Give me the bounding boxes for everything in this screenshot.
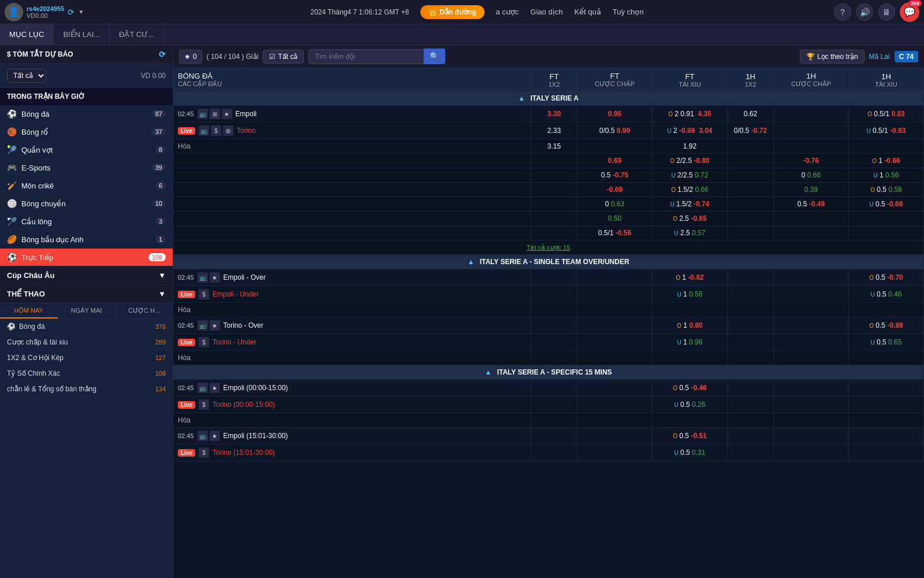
- 1h-chap-torino[interactable]: [774, 123, 849, 139]
- dollar-icon[interactable]: $: [211, 125, 221, 136]
- dollar-icon-4[interactable]: $: [199, 399, 209, 410]
- nav-cuoc[interactable]: a cược: [496, 8, 519, 16]
- 1h-tai-extra-4[interactable]: U 0.5 -0.68: [849, 197, 924, 212]
- tab-hom-nay[interactable]: HÔM NAY: [0, 303, 58, 318]
- 1h-tai-empoli-under[interactable]: U 0.5 0.46: [849, 286, 924, 303]
- 1h-1x2-torino[interactable]: 0/0.5 -0.72: [728, 123, 774, 139]
- 1h-tai-torino-over[interactable]: O 0.5 -0.89: [849, 317, 924, 334]
- ft-1x2-empoli[interactable]: 3.30: [531, 106, 578, 123]
- team-torino-under[interactable]: Torino - Under: [213, 338, 256, 346]
- ft-tai-extra-5[interactable]: O 2.5 -0.65: [653, 212, 728, 226]
- filter-match-button[interactable]: 🏆 Lọc theo trận: [800, 50, 865, 64]
- 1h-tai-empoli[interactable]: O 0.5/1 0.83: [849, 106, 924, 123]
- cup-chau-au-header[interactable]: Cúp Châu Âu ▼: [0, 266, 173, 285]
- refresh-icon[interactable]: ⟳: [68, 8, 74, 17]
- sport-item-bong-chuyen[interactable]: 🏐 Bóng chuyền 10: [0, 195, 173, 213]
- tab-cuoc-h[interactable]: CƯỢC H...: [116, 303, 173, 318]
- nav-muc-luc[interactable]: MỤC LỤC: [0, 24, 54, 45]
- monitor-icon[interactable]: 🖥: [878, 3, 895, 21]
- ft-tai-empoli-over[interactable]: O 1 -0.82: [653, 269, 728, 286]
- ft-chap-extra-1[interactable]: 0.69: [578, 154, 653, 168]
- 1h-tai-hoa[interactable]: [849, 139, 924, 154]
- sport-item-bong-da[interactable]: ⚽ Bóng đá 87: [0, 105, 173, 123]
- sport-item-bong-bau-duc[interactable]: 🏉 Bóng bầu dục Anh 1: [0, 231, 173, 249]
- nav-bien-lai[interactable]: BIỂN LAI...: [54, 24, 110, 45]
- notification-button[interactable]: 💬 268: [900, 2, 919, 22]
- ft-tai-empoli-00-15[interactable]: O 0.5 -0.46: [653, 380, 728, 397]
- expand-icon-3[interactable]: ▲: [485, 368, 491, 376]
- ft-chap-extra-4[interactable]: 0 0.63: [578, 197, 653, 212]
- 1h-tai-extra-3[interactable]: O 0.5 0.58: [849, 183, 924, 197]
- category-chan-le[interactable]: chẵn lẻ & Tổng số bàn thắng 134: [0, 381, 173, 397]
- star-icon-5[interactable]: ★: [210, 383, 220, 393]
- nav-dat-cu[interactable]: ĐẶT CƯ...: [110, 24, 164, 45]
- sport-item-esports[interactable]: 🎮 E-Sports 39: [0, 159, 173, 177]
- tv-icon[interactable]: 📺: [198, 109, 208, 119]
- team-torino[interactable]: Torino: [237, 127, 256, 135]
- 1h-chap-extra-1[interactable]: -0.76: [774, 154, 849, 168]
- star-icon-4[interactable]: ★: [210, 320, 220, 331]
- dollar-icon-5[interactable]: $: [199, 447, 209, 458]
- 1h-tai-extra-2[interactable]: U 1 0.56: [849, 168, 924, 183]
- ft-tai-extra-4[interactable]: U 1.5/2 -0.74: [653, 197, 728, 212]
- team-empoli-over[interactable]: Empoli - Over: [223, 273, 266, 281]
- ft-tai-empoli-15-30[interactable]: O 0.5 -0.51: [653, 428, 728, 444]
- team-empoli-under[interactable]: Empoli - Under: [213, 290, 259, 298]
- team-empoli-00-15[interactable]: Empoli (00:00-15:00): [223, 384, 288, 392]
- sound-icon[interactable]: 🔊: [856, 3, 873, 21]
- ft-tai-extra-2[interactable]: U 2/2.5 0.72: [653, 168, 728, 183]
- tv-icon-6[interactable]: 📺: [198, 431, 208, 441]
- sport-item-cau-long[interactable]: 🏸 Cầu lông 3: [0, 213, 173, 231]
- category-ty-so[interactable]: Tỷ Số Chính Xác 108: [0, 366, 173, 381]
- tv-icon-3[interactable]: 📺: [198, 272, 208, 283]
- ft-tai-torino-under[interactable]: U 1 0.96: [653, 334, 728, 351]
- ft-1x2-hoa[interactable]: 3.15: [531, 139, 578, 154]
- search-input[interactable]: [308, 49, 424, 64]
- ft-tai-torino-15-30[interactable]: U 0.5 0.31: [653, 444, 728, 461]
- 1h-chap-extra-4[interactable]: 0.5 -0.49: [774, 197, 849, 212]
- ft-chap-hoa[interactable]: [578, 139, 653, 154]
- dan-duong-button[interactable]: 👑 Dẫn đường: [420, 5, 484, 19]
- ft-chap-extra-6[interactable]: 0.5/1 -0.56: [578, 226, 653, 240]
- ma-lai-button[interactable]: Mã Lai: [869, 53, 890, 61]
- 1h-tai-empoli-over[interactable]: O 0.5 -0.70: [849, 269, 924, 286]
- team-torino-over[interactable]: Torino - Over: [223, 321, 263, 329]
- 1h-tai-extra-1[interactable]: O 1 -0.66: [849, 154, 924, 168]
- tv-icon-4[interactable]: 📺: [198, 320, 208, 331]
- sport-item-cricket[interactable]: 🏏 Môn crikê 6: [0, 177, 173, 195]
- sport-item-bong-ro[interactable]: 🏀 Bóng rổ 37: [0, 123, 173, 141]
- 1h-chap-hoa[interactable]: [774, 139, 849, 154]
- help-icon[interactable]: ?: [834, 3, 851, 21]
- tab-ngay-mai[interactable]: NGÀY MAI: [58, 303, 116, 318]
- 1h-tai-torino-under[interactable]: U 0.5 0.65: [849, 334, 924, 351]
- team-torino-15-30[interactable]: Torino (15:01-30:00): [213, 449, 275, 457]
- dollar-icon-3[interactable]: $: [199, 337, 209, 347]
- category-cuoc-chap[interactable]: Cược chấp & tài xiu 289: [0, 335, 173, 350]
- ft-chap-extra-3[interactable]: -0.69: [578, 183, 653, 197]
- see-all-link[interactable]: Tất cả cược 15: [527, 244, 571, 251]
- sport-item-live[interactable]: ⚽ Trực Tiếp 108: [0, 249, 173, 266]
- 1h-chap-extra-3[interactable]: 0.39: [774, 183, 849, 197]
- ft-tai-extra-3[interactable]: O 1.5/2 0.66: [653, 183, 728, 197]
- 1h-chap-extra-2[interactable]: 0 0.66: [774, 168, 849, 183]
- ft-tai-empoli-under[interactable]: U 1 0.58: [653, 286, 728, 303]
- ft-tai-extra-6[interactable]: U 2.5 0.57: [653, 226, 728, 240]
- ft-chap-extra-2[interactable]: 0.5 -0.75: [578, 168, 653, 183]
- nav-giao-dich[interactable]: Giao dịch: [530, 8, 562, 16]
- grid-icon-2[interactable]: ⊞: [223, 125, 233, 136]
- ft-chap-extra-5[interactable]: 0.50: [578, 212, 653, 226]
- nav-ket-qua[interactable]: Kết quả: [574, 8, 601, 16]
- nav-tuy-chon[interactable]: Tuỳ chọn: [613, 8, 644, 16]
- dollar-icon-2[interactable]: $: [199, 289, 209, 299]
- star-icon-6[interactable]: ★: [210, 431, 220, 441]
- summary-refresh-icon[interactable]: ⟳: [159, 50, 166, 59]
- star-button[interactable]: ★ 0: [179, 50, 202, 64]
- ft-chap-empoli[interactable]: 0.95: [578, 106, 653, 123]
- tv-icon-2[interactable]: 📺: [199, 125, 209, 136]
- ft-tai-empoli[interactable]: O 2 0.91 4.35: [653, 106, 728, 123]
- search-button[interactable]: 🔍: [424, 49, 445, 64]
- sport-item-quan-vot[interactable]: 🎾 Quần vợt 8: [0, 141, 173, 159]
- ft-chap-torino[interactable]: 0/0.5 0.99: [578, 123, 653, 139]
- category-bong-da[interactable]: ⚽ Bóng đá 376: [0, 319, 173, 335]
- tv-icon-5[interactable]: 📺: [198, 383, 208, 393]
